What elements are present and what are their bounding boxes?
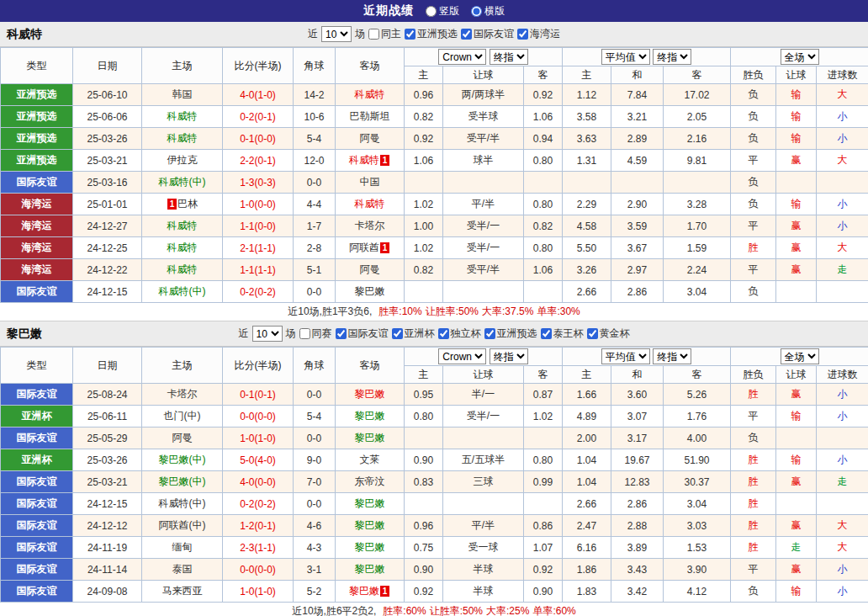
handicap-result-cell [776, 172, 817, 194]
handicap-line-cell: 受半球 [443, 106, 524, 128]
same-venue-filter[interactable]: 同主 [368, 27, 401, 41]
competition-filter[interactable]: 亚洲预选 [405, 27, 458, 41]
away-team-cell: 阿曼 [336, 128, 405, 150]
result-cell: 胜 [731, 449, 776, 471]
home-team-cell: 黎巴嫩(中) [142, 449, 223, 471]
crown-home-odds-cell: 0.95 [405, 384, 443, 406]
avg-stage-select[interactable]: 终指 [653, 348, 691, 364]
competition-type-cell: 海湾运 [1, 259, 73, 281]
competition-filter[interactable]: 黄金杯 [587, 327, 630, 341]
horizontal-radio[interactable] [471, 6, 482, 17]
competition-checkbox[interactable] [517, 29, 528, 40]
summary-record: 近10场,胜1平3负6, [288, 305, 372, 319]
date-cell: 25-06-11 [73, 406, 142, 427]
crown-away-odds-cell: 0.82 [524, 215, 563, 237]
away-team-cell: 科威特 [336, 84, 405, 106]
odds-source-select[interactable]: Crown [438, 348, 486, 364]
handicap-result-cell: 走 [776, 537, 817, 559]
competition-checkbox[interactable] [405, 29, 415, 40]
summary-stat: 胜率:10% [378, 305, 421, 319]
match-row: 海湾运24-12-27科威特1-1(0-0)1-7卡塔尔1.00受半/一0.82… [1, 215, 868, 237]
team-name-text: 文莱 [360, 454, 380, 465]
crown-away-odds-cell [524, 427, 563, 449]
date-cell: 24-11-14 [73, 559, 142, 581]
scope-select[interactable]: 全场 [781, 49, 819, 65]
odds-stage-select[interactable]: 终指 [490, 348, 528, 364]
match-row: 国际友谊25-03-16科威特(中)1-3(0-3)0-0中国负 [1, 172, 868, 194]
avg-away-odds-cell: 1.53 [664, 537, 731, 559]
match-row: 海湾运25-01-011巴林1-0(0-0)4-4科威特1.02平/半0.802… [1, 194, 868, 215]
competition-filter[interactable]: 泰王杯 [541, 327, 584, 341]
competition-checkbox[interactable] [461, 29, 472, 40]
crown-home-odds-cell [405, 427, 443, 449]
competition-filter[interactable]: 国际友谊 [336, 327, 389, 341]
match-count-select[interactable]: 10 [252, 326, 283, 342]
avg-source-select[interactable]: 平均值 [601, 49, 650, 65]
date-cell: 25-01-01 [73, 194, 142, 215]
handicap-line-cell: 三球 [443, 471, 524, 493]
handicap-result-cell: 输 [776, 449, 817, 471]
goals-result-cell [817, 493, 868, 515]
competition-type-cell: 海湾运 [1, 215, 73, 237]
team-name-text: 黎巴嫩 [355, 563, 385, 575]
crown-home-odds-cell: 0.80 [405, 406, 443, 427]
avg-draw-odds-cell: 3.17 [611, 427, 664, 449]
vertical-radio[interactable] [426, 6, 437, 17]
competition-checkbox[interactable] [541, 328, 552, 339]
sub-header-away-odds: 客 [524, 366, 563, 384]
handicap-line-cell [443, 427, 524, 449]
match-row: 国际友谊24-11-19缅甸2-3(1-1)4-3黎巴嫩0.75受一球1.076… [1, 537, 868, 559]
handicap-result-cell: 赢 [776, 384, 817, 406]
avg-home-odds-cell: 3.63 [563, 128, 611, 150]
handicap-line-cell: 平/半 [443, 194, 524, 215]
goals-result-cell: 大 [817, 84, 868, 106]
competition-label: 独立杯 [451, 327, 481, 341]
avg-stage-select[interactable]: 终指 [653, 49, 691, 65]
same-venue-checkbox[interactable] [368, 29, 379, 40]
vertical-radio-label: 竖版 [439, 4, 459, 19]
competition-checkbox[interactable] [336, 328, 347, 339]
same-venue-label: 同主 [381, 27, 401, 41]
match-row: 亚洲杯25-06-11也门(中)0-0(0-0)5-4黎巴嫩0.80受半/一1.… [1, 406, 868, 427]
sub-header-home-odds: 主 [405, 66, 443, 84]
layout-option-vertical[interactable]: 竖版 [426, 4, 459, 19]
competition-checkbox[interactable] [438, 328, 449, 339]
competition-filters: 亚洲预选国际友谊海湾运 [405, 27, 560, 41]
competition-filter[interactable]: 国际友谊 [461, 27, 514, 41]
corners-cell: 2-8 [294, 237, 336, 259]
competition-checkbox[interactable] [484, 328, 495, 339]
handicap-result-cell: 输 [776, 84, 817, 106]
odds-source-select[interactable]: Crown [438, 49, 486, 65]
same-competition-filter[interactable]: 同赛 [299, 327, 332, 341]
red-card-badge: 1 [380, 155, 389, 166]
crown-home-odds-cell [405, 281, 443, 303]
match-row: 国际友谊24-11-14泰国0-0(0-0)3-1黎巴嫩0.90半球0.921.… [1, 559, 868, 581]
horizontal-radio-label: 横版 [484, 4, 505, 19]
handicap-result-cell: 输 [776, 106, 817, 128]
match-count-select[interactable]: 10 [321, 26, 352, 42]
col-header-corners: 角球 [294, 48, 336, 84]
competition-checkbox[interactable] [587, 328, 598, 339]
competition-filter[interactable]: 亚洲杯 [392, 327, 435, 341]
match-row: 国际友谊24-12-12阿联酋(中)1-2(0-1)4-6黎巴嫩0.96平/半0… [1, 515, 868, 537]
handicap-line-cell: 平/半 [443, 515, 524, 537]
avg-source-select[interactable]: 平均值 [601, 348, 650, 364]
summary-bar-lebanon: 近10场,胜6平2负2, 胜率:60%让胜率:50%大率:25%单率:60% [0, 603, 868, 616]
score-cell: 0-2(0-1) [223, 106, 294, 128]
same-competition-checkbox[interactable] [299, 328, 310, 339]
scope-select[interactable]: 全场 [781, 348, 819, 364]
goals-result-cell [817, 281, 868, 303]
red-card-badge: 1 [167, 199, 177, 210]
goals-result-cell [817, 172, 868, 194]
competition-filter[interactable]: 独立杯 [438, 327, 481, 341]
competition-filter[interactable]: 海湾运 [517, 27, 560, 41]
competition-checkbox[interactable] [392, 328, 403, 339]
corners-cell: 5-1 [294, 259, 336, 281]
team-name-text: 黎巴嫩 [355, 497, 385, 509]
crown-home-odds-cell: 0.92 [405, 128, 443, 150]
competition-filter[interactable]: 亚洲预选 [484, 327, 537, 341]
competition-label: 国际友谊 [474, 27, 514, 41]
crown-away-odds-cell: 0.80 [524, 449, 563, 471]
odds-stage-select[interactable]: 终指 [490, 49, 528, 65]
layout-option-horizontal[interactable]: 横版 [471, 4, 505, 19]
